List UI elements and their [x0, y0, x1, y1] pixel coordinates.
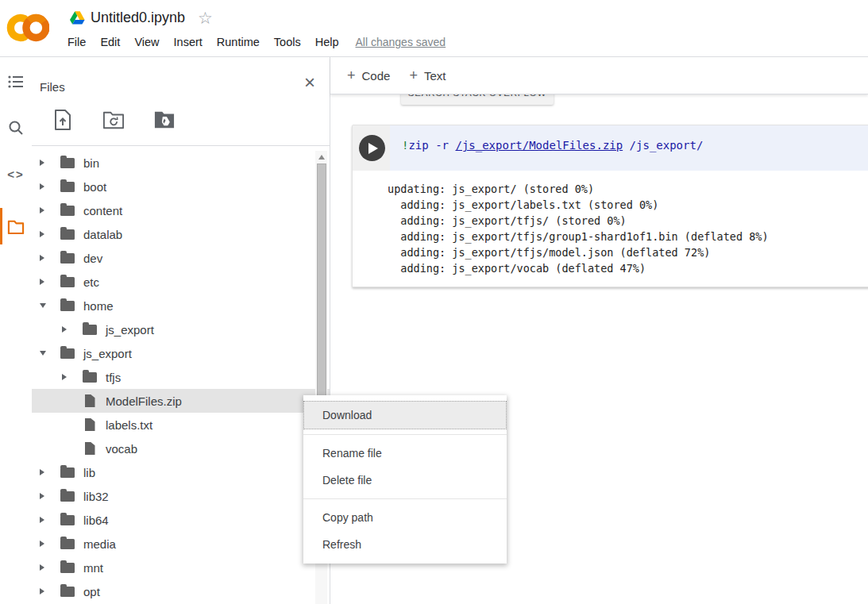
expand-arrow-icon[interactable]	[62, 371, 83, 383]
tree-item-lib64[interactable]: lib64	[32, 508, 330, 532]
star-icon[interactable]: ☆	[198, 10, 213, 26]
folder-glyph-icon	[60, 515, 75, 525]
tree-item-modelfiles-zip[interactable]: ModelFiles.zip	[32, 389, 330, 413]
context-menu-refresh[interactable]: Refresh	[303, 531, 507, 558]
menu-runtime[interactable]: Runtime	[210, 33, 267, 52]
code-icon: <>	[7, 167, 25, 181]
notebook-title[interactable]: Untitled0.ipynb	[91, 10, 185, 26]
code-input[interactable]: !zip -r /js_export/ModelFiles.zip /js_ex…	[390, 125, 868, 171]
context-menu-download[interactable]: Download	[303, 401, 507, 429]
tree-item-home[interactable]: home	[32, 294, 330, 317]
context-menu-delete-file[interactable]: Delete file	[303, 467, 507, 494]
files-panel: Files ×	[32, 57, 330, 604]
menu-insert[interactable]: Insert	[167, 33, 210, 52]
files-button[interactable]	[0, 208, 32, 244]
tree-item-tfjs[interactable]: tfjs	[32, 365, 330, 389]
colab-logo[interactable]	[6, 11, 49, 44]
menu-divider	[303, 434, 507, 435]
close-icon[interactable]: ×	[304, 73, 315, 92]
tree-item-content[interactable]: content	[32, 198, 330, 222]
expand-arrow-icon[interactable]	[62, 324, 83, 335]
tree-item-label: home	[83, 299, 114, 313]
expand-arrow-icon[interactable]	[40, 205, 60, 216]
expand-arrow-icon[interactable]	[40, 562, 60, 573]
tree-item-label: lib	[83, 466, 95, 479]
add-code-button[interactable]: + Code	[347, 67, 390, 84]
tree-item-vocab[interactable]: vocab	[32, 437, 330, 460]
cell-gutter	[353, 125, 390, 171]
mount-drive-button[interactable]	[154, 110, 175, 130]
tree-item-label: js_export	[83, 347, 132, 360]
tree-item-bin[interactable]: bin	[32, 151, 330, 175]
menu-edit[interactable]: Edit	[93, 33, 127, 52]
tree-item-label: boot	[83, 180, 106, 194]
tree-item-label: media	[83, 537, 116, 551]
folder-glyph-icon	[60, 563, 75, 573]
folder-glyph-icon	[83, 325, 97, 335]
files-panel-title: Files	[40, 80, 65, 94]
save-status[interactable]: All changes saved	[356, 36, 446, 48]
add-text-label: Text	[424, 69, 446, 83]
activity-bar: <>	[0, 57, 32, 604]
expand-arrow-icon[interactable]	[40, 538, 60, 549]
drive-icon	[70, 11, 85, 25]
folder-glyph-icon	[60, 277, 75, 287]
expand-arrow-icon[interactable]	[40, 514, 60, 525]
tree-item-label: vocab	[106, 442, 137, 456]
toc-button[interactable]	[0, 63, 32, 100]
menu-help[interactable]: Help	[308, 33, 346, 52]
upload-file-button[interactable]	[52, 110, 73, 130]
run-cell-button[interactable]	[359, 135, 385, 161]
collapse-arrow-icon[interactable]	[40, 348, 60, 359]
tree-item-dev[interactable]: dev	[32, 246, 330, 270]
menu-view[interactable]: View	[127, 33, 166, 52]
tree-item-label: content	[83, 204, 122, 217]
output-line: updating: js_export/ (stored 0%)	[388, 181, 868, 197]
tree-item-datalab[interactable]: datalab	[32, 222, 330, 246]
refresh-folder-button[interactable]	[103, 110, 124, 130]
add-text-button[interactable]: + Text	[409, 67, 446, 84]
expand-arrow-icon[interactable]	[40, 467, 60, 478]
scroll-up-icon[interactable]	[315, 152, 327, 162]
folder-glyph-icon	[60, 253, 75, 264]
folder-glyph-icon	[60, 229, 75, 240]
tree-item-media[interactable]: media	[32, 532, 330, 556]
tree-item-label: ModelFiles.zip	[106, 394, 182, 408]
expand-arrow-icon[interactable]	[40, 157, 60, 168]
tree-item-label: etc	[83, 275, 99, 289]
tree-item-lib32[interactable]: lib32	[32, 484, 330, 508]
search-button[interactable]	[0, 110, 32, 146]
cell-output: updating: js_export/ (stored 0%) adding:…	[353, 171, 868, 287]
code-path-link[interactable]: /js_export/ModelFiles.zip	[455, 139, 623, 152]
collapse-arrow-icon[interactable]	[40, 300, 60, 311]
tree-item-boot[interactable]: boot	[32, 175, 330, 198]
tree-item-opt[interactable]: opt	[32, 579, 330, 603]
plus-icon: +	[347, 67, 356, 84]
menu-tools[interactable]: Tools	[267, 33, 308, 52]
tree-item-lib[interactable]: lib	[32, 460, 330, 484]
context-menu-rename-file[interactable]: Rename file	[303, 440, 507, 467]
tree-item-mnt[interactable]: mnt	[32, 556, 330, 579]
panel-divider	[32, 145, 330, 146]
output-line: adding: js_export/tfjs/ (stored 0%)	[388, 213, 868, 229]
expand-arrow-icon[interactable]	[40, 181, 60, 192]
output-line: adding: js_export/tfjs/group1-shard1of1.…	[388, 229, 868, 244]
expand-arrow-icon[interactable]	[40, 491, 60, 502]
tree-item-label: lib64	[83, 514, 109, 527]
menu-file[interactable]: File	[60, 33, 93, 52]
expand-arrow-icon[interactable]	[40, 252, 60, 264]
expand-arrow-icon[interactable]	[40, 586, 60, 597]
tree-item-label: opt	[83, 585, 100, 598]
folder-glyph-icon	[83, 372, 97, 383]
code-snippets-button[interactable]: <>	[0, 156, 32, 192]
tree-item-labels-txt[interactable]: labels.txt	[32, 413, 330, 437]
expand-arrow-icon[interactable]	[40, 276, 60, 287]
overlay-button-clip: SEARCH STACK OVERFLOW	[401, 94, 554, 106]
tree-item-home-js-export[interactable]: js_export	[32, 317, 330, 341]
expand-arrow-icon[interactable]	[40, 229, 60, 240]
tree-item-etc[interactable]: etc	[32, 270, 330, 294]
context-menu-copy-path[interactable]: Copy path	[303, 504, 507, 531]
tree-item-js-export[interactable]: js_export	[32, 341, 330, 365]
scrollbar-thumb[interactable]	[317, 164, 326, 396]
code-args-token: /js_export/	[623, 139, 703, 152]
